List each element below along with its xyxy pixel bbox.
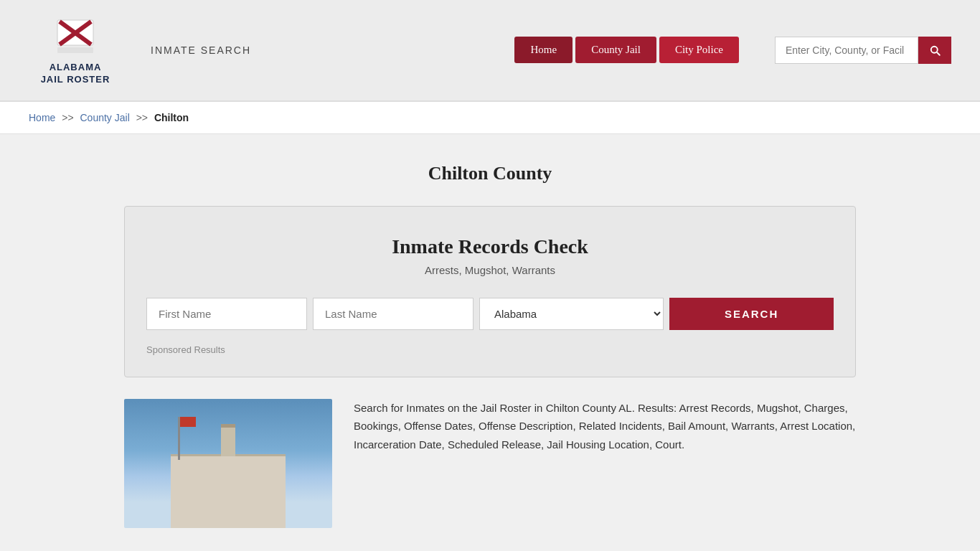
inmate-search-button[interactable]: SEARCH	[669, 298, 834, 330]
header-search-area	[775, 37, 951, 64]
description-text: Search for Inmates on the Jail Roster in…	[354, 399, 856, 528]
main-content: Chilton County Inmate Records Check Arre…	[95, 134, 885, 542]
header-search-input[interactable]	[775, 37, 918, 64]
first-name-input[interactable]	[146, 298, 307, 330]
nav-county-jail-button[interactable]: County Jail	[575, 37, 656, 63]
sponsored-results-label: Sponsored Results	[146, 344, 834, 355]
breadcrumb-current: Chilton	[154, 112, 189, 123]
breadcrumb: Home >> County Jail >> Chilton	[0, 102, 980, 134]
flag-pole	[178, 417, 180, 460]
inmate-search-form: Alabama Alaska Arizona Arkansas Californ…	[146, 298, 834, 330]
nav-home-button[interactable]: Home	[514, 37, 573, 63]
breadcrumb-home-link[interactable]: Home	[29, 112, 55, 123]
records-check-box: Inmate Records Check Arrests, Mugshot, W…	[124, 206, 856, 377]
inmate-search-label: INMATE SEARCH	[151, 44, 251, 56]
last-name-input[interactable]	[313, 298, 473, 330]
breadcrumb-county-jail-link[interactable]: County Jail	[80, 112, 130, 123]
svg-rect-3	[57, 47, 93, 53]
records-check-title: Inmate Records Check	[146, 235, 834, 258]
flag	[180, 417, 196, 427]
main-nav: Home County Jail City Police	[514, 37, 739, 63]
search-icon	[928, 44, 941, 57]
breadcrumb-sep-1: >>	[62, 112, 73, 123]
building-image	[124, 399, 332, 528]
records-check-subtitle: Arrests, Mugshot, Warrants	[146, 264, 834, 276]
site-header: ALABAMA JAIL ROSTER INMATE SEARCH Home C…	[0, 0, 980, 102]
bottom-section: Search for Inmates on the Jail Roster in…	[124, 399, 856, 528]
breadcrumb-sep-2: >>	[136, 112, 148, 123]
logo-text: ALABAMA JAIL ROSTER	[41, 62, 110, 86]
header-search-button[interactable]	[918, 37, 951, 64]
page-title: Chilton County	[124, 163, 856, 184]
logo-area: ALABAMA JAIL ROSTER	[29, 14, 122, 86]
logo-icon	[54, 14, 97, 57]
state-select[interactable]: Alabama Alaska Arizona Arkansas Californ…	[479, 298, 664, 330]
nav-city-police-button[interactable]: City Police	[659, 37, 739, 63]
